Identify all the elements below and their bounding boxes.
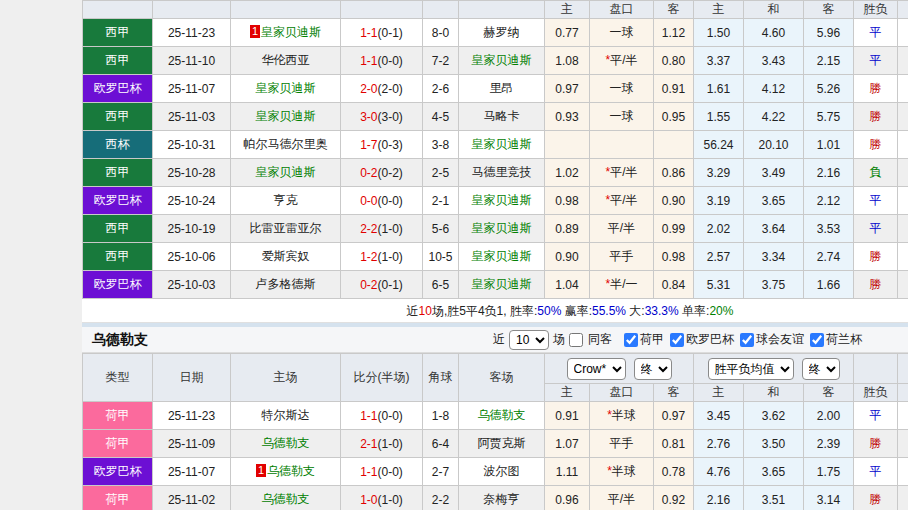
home-team-cell: 皇家贝迪斯 [231,159,341,187]
extra-cell [898,486,908,510]
extra-cell [898,243,908,271]
away-team-cell: 皇家贝迪斯 [459,47,545,75]
ah-home-odds: 0.93 [545,103,590,131]
date-cell: 25-10-06 [153,243,231,271]
ah-home-odds: 1.08 [545,47,590,75]
eu-home-odds: 3.37 [694,47,744,75]
ah-away-odds: 0.92 [654,486,694,510]
halftime-score: (0-0) [378,54,403,68]
away-team-cell: 赫罗纳 [459,19,545,47]
team-section-title: 乌德勒支 [92,331,148,349]
away-team-cell: 皇家贝迪斯 [459,187,545,215]
corners-cell: 6-4 [423,430,459,458]
team-name-link: 爱斯宾奴 [262,249,310,263]
asian-final-select[interactable]: 终 [634,358,672,380]
league-filter-checkbox[interactable] [670,333,684,347]
home-team-cell: 皇家贝迪斯 [231,103,341,131]
handicap-change-star: * [605,53,610,67]
league-filter[interactable]: 荷甲 [624,331,664,348]
home-team-cell: 1乌德勒支 [231,458,341,486]
summary-segment: 55.5% [592,304,626,318]
result-cell: 負 [854,159,898,187]
summary-segment: 20% [709,304,733,318]
team-name-link[interactable]: 乌德勒支 [267,464,315,478]
near-count-select[interactable]: 10 [509,330,549,350]
team-name-link[interactable]: 皇家贝迪斯 [256,81,316,95]
date-cell: 25-11-09 [153,430,231,458]
halftime-score: (0-0) [378,465,403,479]
euro-avg-select[interactable]: 胜平负均值 [708,358,794,380]
euro-final-select[interactable]: 终 [802,358,840,380]
score-cell: 2-2(1-0) [341,215,423,243]
result-group-header [854,354,898,384]
eu-draw-odds: 3.75 [744,271,804,299]
result-text: 勝 [870,109,882,123]
result-text: 負 [870,165,882,179]
extra-cell [898,47,908,75]
team-name-link[interactable]: 皇家贝迪斯 [256,109,316,123]
corners-cell: 6-5 [423,271,459,299]
team-name-link: 里昂 [490,81,514,95]
eu-home-odds: 4.76 [694,458,744,486]
team-name-link[interactable]: 乌德勒支 [262,492,310,506]
eu-draw-odds: 3.65 [744,458,804,486]
eu-away-odds: 2.16 [804,159,854,187]
match-row: 欧罗巴杯25-10-03卢多格德斯0-2(0-1)6-5皇家贝迪斯1.04*半/… [83,271,908,299]
ah-away-odds: 1.12 [654,19,694,47]
team-name-link[interactable]: 皇家贝迪斯 [261,25,321,39]
date-cell: 25-10-28 [153,159,231,187]
league-cell: 西甲 [83,243,153,271]
col-score [341,1,423,19]
team-name-link[interactable]: 皇家贝迪斯 [472,221,532,235]
team-name-link[interactable]: 皇家贝迪斯 [472,249,532,263]
score-cell: 1-0(1-0) [341,486,423,510]
team-name-link: 比雷亚雷亚尔 [250,221,322,235]
eu-draw-odds: 3.49 [744,159,804,187]
date-cell: 25-11-07 [153,458,231,486]
date-cell: 25-11-23 [153,402,231,430]
ah-away-odds: 0.78 [654,458,694,486]
ah-home-odds: 0.97 [545,75,590,103]
league-filter[interactable]: 荷兰杯 [810,331,862,348]
score-cell: 0-2(0-1) [341,271,423,299]
league-filter[interactable]: 球会友谊 [740,331,804,348]
eu-away-odds: 3.14 [804,486,854,510]
league-filter[interactable]: 欧罗巴杯 [670,331,734,348]
team-name-link[interactable]: 乌德勒支 [262,436,310,450]
team-name-link: 马德里竞技 [472,165,532,179]
eu-draw-odds: 4.60 [744,19,804,47]
fulltime-score: 2-1 [360,437,377,451]
col-score: 比分(半场) [341,354,423,402]
extra-cell [898,458,908,486]
league-filter-checkbox[interactable] [624,333,638,347]
same-away-checkbox[interactable] [569,333,583,347]
team-name-link[interactable]: 皇家贝迪斯 [472,193,532,207]
team-name-link: 赫罗纳 [484,25,520,39]
extra-cell [898,215,908,243]
result-cell: 平 [854,402,898,430]
eu-draw-odds: 20.10 [744,131,804,159]
eu-away-odds: 1.66 [804,271,854,299]
match-row: 西甲25-10-28皇家贝迪斯0-2(0-2)2-5马德里竞技1.02*平/半0… [83,159,908,187]
team-name-link[interactable]: 皇家贝迪斯 [256,165,316,179]
league-cell: 西甲 [83,47,153,75]
result-text: 勝 [870,277,882,291]
team-name-link[interactable]: 皇家贝迪斯 [472,137,532,151]
away-team-cell: 皇家贝迪斯 [459,215,545,243]
team-name-link[interactable]: 皇家贝迪斯 [472,53,532,67]
eu-away-odds: 2.12 [804,187,854,215]
team-name-link: 马略卡 [484,109,520,123]
ah-home-odds: 0.89 [545,215,590,243]
team-name-link[interactable]: 皇家贝迪斯 [472,277,532,291]
result-cell: 勝 [854,486,898,510]
match-row: 西杯25-10-31帕尔马德尔里奥1-7(0-3)3-8皇家贝迪斯56.2420… [83,131,908,159]
away-team-cell: 皇家贝迪斯 [459,243,545,271]
league-filter-checkbox[interactable] [810,333,824,347]
league-filter-checkbox[interactable] [740,333,754,347]
col-extra: 让 [898,384,908,402]
odds-provider-select[interactable]: Crow* [567,358,626,380]
handicap-cell: *平/半 [590,159,654,187]
fulltime-score: 1-7 [360,138,377,152]
ah-away-odds: 0.95 [654,103,694,131]
team-name-link[interactable]: 乌德勒支 [478,408,526,422]
